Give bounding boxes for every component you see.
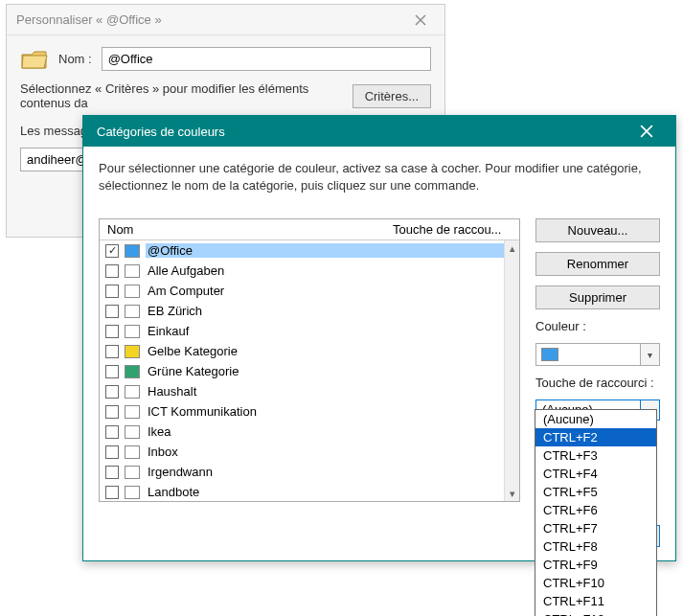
color-swatch (125, 305, 140, 318)
color-swatch (125, 445, 140, 459)
category-name: Gelbe Kategorie (146, 344, 513, 358)
category-name: EB Zürich (146, 304, 513, 318)
color-label: Couleur : (535, 319, 660, 333)
checkbox[interactable] (105, 285, 119, 298)
category-listbox: Nom Touche de raccou... ✓@OfficeAlle Auf… (99, 218, 520, 502)
list-item[interactable]: Alle Aufgaben (100, 261, 519, 281)
category-name: Haushalt (146, 384, 513, 399)
color-swatch (125, 285, 140, 298)
dropdown-option[interactable]: CTRL+F6 (535, 501, 656, 519)
list-item[interactable]: ICT Kommunikation (100, 401, 519, 422)
category-name: Irgendwann (146, 465, 513, 479)
list-item[interactable]: Gelbe Kategorie (100, 341, 519, 361)
dialog-desc: Pour sélectionner une catégorie de coule… (99, 160, 660, 194)
list-header: Nom Touche de raccou... (100, 219, 519, 240)
checkbox[interactable]: ✓ (105, 244, 119, 258)
color-swatch (125, 466, 140, 479)
checkbox[interactable] (105, 486, 119, 499)
list-item[interactable]: Landbote (100, 482, 519, 501)
scrollbar-vertical[interactable]: ▴ ▾ (504, 240, 519, 501)
col-shortcut[interactable]: Touche de raccou... (385, 219, 519, 240)
name-label: Nom : (58, 52, 92, 66)
list-item[interactable]: Irgendwann (100, 462, 519, 482)
dropdown-option[interactable]: CTRL+F2 (535, 428, 656, 446)
color-swatch (125, 244, 140, 258)
category-name: ICT Kommunikation (146, 404, 513, 419)
category-name: Landbote (146, 485, 513, 499)
name-field[interactable] (102, 47, 431, 71)
chevron-down-icon: ▾ (640, 344, 659, 365)
rename-button[interactable]: Renommer (535, 252, 660, 276)
scroll-up-icon[interactable]: ▴ (505, 240, 519, 256)
checkbox[interactable] (105, 385, 119, 399)
dialog-title: Catégories de couleurs (97, 125, 225, 139)
color-swatch (125, 264, 140, 278)
dialog-titlebar: Catégories de couleurs (83, 116, 675, 147)
color-swatch (125, 365, 140, 378)
list-item[interactable]: Grüne Kategorie (100, 361, 519, 381)
col-name[interactable]: Nom (100, 219, 385, 240)
category-name: Einkauf (146, 324, 513, 338)
checkbox[interactable] (105, 325, 119, 338)
color-swatch (125, 425, 140, 439)
dropdown-option[interactable]: CTRL+F11 (535, 592, 656, 610)
close-icon[interactable] (406, 10, 435, 31)
customize-titlebar: Personnaliser « @Office » (7, 5, 444, 35)
checkbox[interactable] (105, 305, 119, 318)
color-dropdown[interactable]: ▾ (535, 343, 660, 366)
close-icon[interactable] (627, 118, 666, 145)
new-button[interactable]: Nouveau... (535, 218, 660, 242)
dropdown-option[interactable]: CTRL+F5 (535, 483, 656, 501)
checkbox[interactable] (105, 264, 119, 278)
category-name: Alle Aufgaben (146, 263, 513, 278)
color-swatch (125, 486, 140, 499)
category-name: Grüne Kategorie (146, 364, 513, 378)
shortcut-dropdown-list[interactable]: (Aucune)CTRL+F2CTRL+F3CTRL+F4CTRL+F5CTRL… (535, 409, 657, 616)
list-item[interactable]: Inbox (100, 442, 519, 462)
criteria-desc: Sélectionnez « Critères » pour modifier … (20, 81, 343, 110)
list-item[interactable]: Haushalt (100, 381, 519, 401)
color-swatch (125, 345, 140, 358)
scroll-down-icon[interactable]: ▾ (505, 486, 519, 501)
messages-label: Les messag (20, 124, 87, 138)
dropdown-option[interactable]: (Aucune) (535, 410, 656, 428)
list-item[interactable]: Ikea (100, 422, 519, 442)
shortcut-label: Touche de raccourci : (535, 376, 660, 390)
category-name: @Office (146, 243, 513, 258)
dropdown-option[interactable]: CTRL+F7 (535, 519, 656, 537)
category-name: Ikea (146, 424, 513, 439)
dropdown-option[interactable]: CTRL+F10 (535, 574, 656, 592)
checkbox[interactable] (105, 345, 119, 358)
delete-button[interactable]: Supprimer (535, 285, 660, 309)
dropdown-option[interactable]: CTRL+F4 (535, 465, 656, 483)
criteria-button[interactable]: Critères... (353, 84, 431, 108)
checkbox[interactable] (105, 466, 119, 479)
dropdown-option[interactable]: CTRL+F12 (535, 610, 656, 616)
checkbox[interactable] (105, 445, 119, 459)
color-swatch (125, 385, 140, 399)
dropdown-option[interactable]: CTRL+F8 (535, 537, 656, 556)
dropdown-option[interactable]: CTRL+F3 (535, 446, 656, 465)
checkbox[interactable] (105, 425, 119, 439)
list-item[interactable]: Einkauf (100, 321, 519, 341)
category-name: Inbox (146, 445, 513, 459)
dropdown-option[interactable]: CTRL+F9 (535, 556, 656, 574)
list-item[interactable]: EB Zürich (100, 301, 519, 321)
list-item[interactable]: ✓@Office (100, 240, 519, 261)
list-item[interactable]: Am Computer (100, 281, 519, 301)
category-name: Am Computer (146, 284, 513, 298)
checkbox[interactable] (105, 365, 119, 378)
color-swatch (541, 348, 558, 361)
color-swatch (125, 325, 140, 338)
color-swatch (125, 405, 140, 419)
customize-title: Personnaliser « @Office » (16, 12, 162, 27)
checkbox[interactable] (105, 405, 119, 419)
list-rows: ✓@OfficeAlle AufgabenAm ComputerEB Züric… (100, 240, 519, 501)
folder-icon (20, 45, 49, 72)
